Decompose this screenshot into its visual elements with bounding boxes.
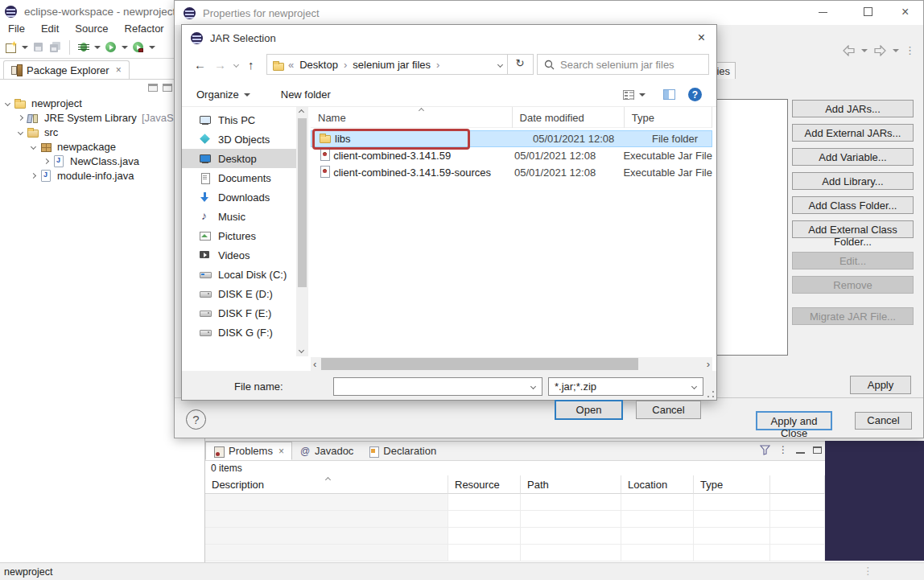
- sidebar-scrollbar[interactable]: [296, 107, 308, 356]
- tab-package-explorer[interactable]: Package Explorer ×: [3, 60, 130, 79]
- refresh-button[interactable]: ↻: [507, 54, 534, 75]
- sidebar-item-documents[interactable]: Documents: [182, 168, 296, 187]
- file-name-combo[interactable]: [333, 377, 542, 396]
- sidebar-item-music[interactable]: Music: [182, 207, 296, 226]
- apply-and-close-button[interactable]: Apply and Close: [756, 411, 832, 430]
- new-wizard-dropdown-icon[interactable]: [22, 46, 28, 52]
- add-variable-button[interactable]: Add Variable...: [792, 148, 914, 166]
- forward-arrow-icon[interactable]: [873, 45, 887, 56]
- expander-icon[interactable]: [18, 114, 23, 120]
- add-class-folder-button[interactable]: Add Class Folder...: [792, 196, 914, 214]
- file-column-header-name[interactable]: Name: [311, 107, 513, 128]
- save-all-icon[interactable]: [49, 41, 62, 54]
- sidebar-item-disk-f-e[interactable]: DISK F (E:): [182, 303, 296, 323]
- add-external-jars-button[interactable]: Add External JARs...: [792, 124, 914, 142]
- filter-dropdown-icon[interactable]: [691, 384, 697, 389]
- file-list-hscrollbar[interactable]: ‹ ›: [311, 357, 712, 371]
- breadcrumb-segment[interactable]: selenium jar files: [353, 59, 431, 71]
- file-type-filter[interactable]: *.jar;*.zip: [548, 377, 703, 396]
- run-icon[interactable]: [105, 41, 118, 54]
- debug-dropdown-icon[interactable]: [94, 46, 101, 52]
- jar-dialog-titlebar[interactable]: JAR Selection: [182, 25, 716, 51]
- close-icon[interactable]: ×: [698, 31, 705, 45]
- view-dropdown-icon[interactable]: [639, 93, 646, 100]
- open-button[interactable]: Open: [555, 400, 623, 420]
- history-dropdown-icon[interactable]: [233, 61, 239, 67]
- scroll-right-icon[interactable]: ›: [707, 358, 710, 370]
- expander-icon[interactable]: [18, 129, 23, 134]
- sidebar-item-3d-objects[interactable]: 3D Objects: [182, 130, 296, 149]
- cancel-button[interactable]: Cancel: [636, 401, 701, 419]
- sidebar-item-desktop[interactable]: Desktop: [182, 149, 296, 168]
- maximize-panel-icon[interactable]: [813, 446, 822, 454]
- column-header-location[interactable]: Location: [621, 475, 694, 494]
- breadcrumb-segment[interactable]: Desktop: [299, 59, 338, 71]
- help-button[interactable]: ?: [186, 409, 206, 430]
- cancel-button[interactable]: Cancel: [855, 412, 912, 430]
- file-name-dropdown-icon[interactable]: [530, 384, 536, 389]
- status-splitter-icon[interactable]: ⋮: [863, 565, 873, 577]
- address-bar[interactable]: «Desktop›selenium jar files›: [266, 54, 508, 75]
- scroll-left-icon[interactable]: ‹: [313, 358, 316, 370]
- menu-refactor[interactable]: Refactor: [117, 23, 172, 37]
- sidebar-item-this-pc[interactable]: This PC: [182, 110, 296, 130]
- file-name-input[interactable]: [334, 379, 531, 394]
- scrollbar-thumb[interactable]: [321, 358, 638, 370]
- add-library-button[interactable]: Add Library...: [792, 172, 914, 190]
- search-input[interactable]: [560, 59, 689, 71]
- debug-icon[interactable]: [77, 41, 90, 54]
- sidebar-item-pictures[interactable]: Pictures: [182, 226, 296, 245]
- sidebar-item-videos[interactable]: Videos: [182, 245, 296, 265]
- column-header-resource[interactable]: Resource: [448, 475, 521, 494]
- tab-problems[interactable]: Problems×: [205, 442, 292, 460]
- organize-dropdown-icon[interactable]: [244, 93, 250, 100]
- preview-pane-icon[interactable]: [663, 89, 675, 100]
- scroll-up-icon[interactable]: [299, 109, 304, 115]
- expander-icon[interactable]: [5, 100, 10, 105]
- file-row-client-combined-3-141-59[interactable]: client-combined-3.141.5905/01/2021 12:08…: [311, 147, 712, 164]
- close-icon[interactable]: ×: [116, 64, 122, 76]
- save-icon[interactable]: [32, 41, 45, 54]
- view-menu-icon[interactable]: ⋮: [905, 44, 915, 56]
- expander-icon[interactable]: [43, 158, 49, 163]
- maximize-icon[interactable]: [864, 7, 872, 16]
- tab-declaration[interactable]: Declaration: [361, 442, 443, 460]
- tab-javadoc[interactable]: Javadoc: [292, 442, 361, 460]
- filter-icon[interactable]: [760, 445, 770, 455]
- file-row-libs[interactable]: libs05/01/2021 12:08File folder: [311, 130, 712, 147]
- classpath-list[interactable]: [709, 99, 788, 356]
- list-view-icon[interactable]: [623, 90, 634, 100]
- forward-icon[interactable]: →: [214, 58, 226, 72]
- scroll-down-icon[interactable]: [299, 348, 304, 353]
- minimize-icon[interactable]: [819, 12, 827, 13]
- new-wizard-icon[interactable]: [5, 41, 18, 54]
- expander-icon[interactable]: [31, 172, 36, 178]
- file-column-header-date-modified[interactable]: Date modified: [513, 107, 625, 128]
- view-menu-icon[interactable]: ⋮: [778, 444, 788, 455]
- maximize-view-icon[interactable]: [163, 84, 172, 92]
- close-icon[interactable]: ×: [901, 5, 909, 19]
- sidebar-item-disk-e-d[interactable]: DISK E (D:): [182, 284, 296, 303]
- file-column-header-type[interactable]: Type: [625, 107, 712, 128]
- column-header-description[interactable]: Description: [205, 475, 448, 494]
- column-header-path[interactable]: Path: [521, 475, 621, 494]
- menu-source[interactable]: Source: [67, 23, 116, 37]
- sidebar-item-downloads[interactable]: Downloads: [182, 187, 296, 207]
- forward-history-dropdown-icon[interactable]: [893, 49, 899, 56]
- back-history-dropdown-icon[interactable]: [861, 49, 868, 56]
- file-row-client-combined-3-141-59-sources[interactable]: client-combined-3.141.59-sources05/01/20…: [311, 164, 712, 181]
- back-arrow-icon[interactable]: [842, 45, 856, 56]
- minimize-view-icon[interactable]: [148, 84, 158, 92]
- add-jars-button[interactable]: Add JARs...: [792, 100, 914, 117]
- column-header-type[interactable]: Type: [694, 475, 770, 494]
- scrollbar-thumb[interactable]: [298, 118, 307, 287]
- close-icon[interactable]: ×: [278, 446, 284, 457]
- search-box[interactable]: [537, 54, 709, 75]
- add-external-class-folder-button[interactable]: Add External Class Folder...: [792, 220, 914, 238]
- sidebar-item-local-disk-c[interactable]: Local Disk (C:): [182, 265, 296, 284]
- back-icon[interactable]: ←: [194, 58, 206, 72]
- up-icon[interactable]: ↑: [248, 58, 254, 72]
- run-external-tools-icon[interactable]: [132, 41, 145, 54]
- sidebar-item-disk-g-f[interactable]: DISK G (F:): [182, 323, 296, 342]
- properties-titlebar[interactable]: Properties for newproject: [175, 1, 923, 25]
